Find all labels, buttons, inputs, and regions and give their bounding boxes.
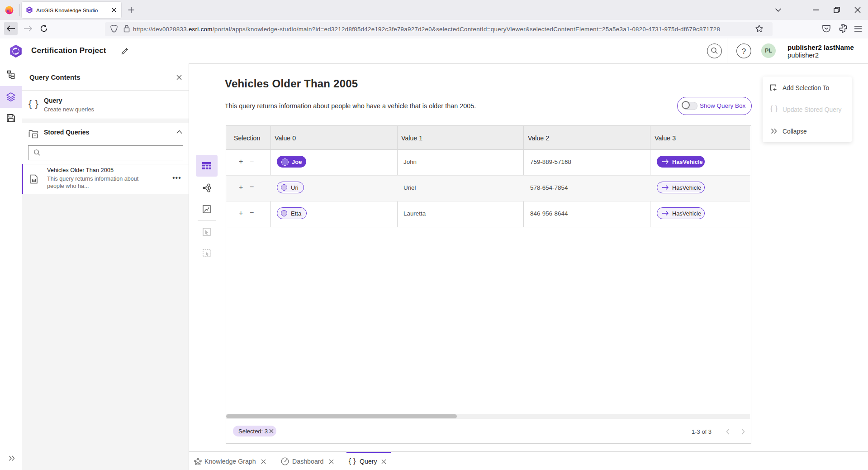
svg-text:?: ?	[742, 47, 746, 56]
